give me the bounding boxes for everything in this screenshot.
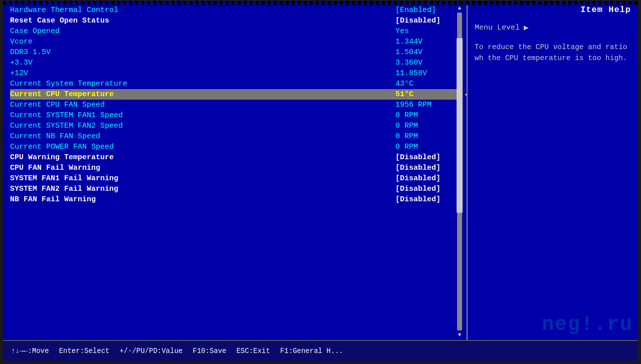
arrow-annotation <box>465 89 468 101</box>
item-help-title: Item Help <box>475 5 631 15</box>
row-label-16: SYSTEM FAN1 Fail Warning <box>10 174 385 183</box>
bottom-key-2: +/-/PU/PD:Value <box>119 347 182 355</box>
bios-screen: Hardware Thermal Control[Enabled]Reset C… <box>0 0 641 364</box>
row-value-0: [Enabled] <box>385 6 446 15</box>
bios-row-17[interactable]: SYSTEM FAN2 Fail Warning[Disabled] <box>10 184 461 194</box>
menu-level-label: Menu Level <box>475 24 520 32</box>
row-value-17: [Disabled] <box>385 185 446 193</box>
row-label-6: +12V <box>10 69 385 78</box>
bios-row-5[interactable]: +3.3V3.360V <box>10 58 461 68</box>
bios-row-4[interactable]: DDR3 1.5V1.504V <box>10 47 461 58</box>
row-value-5: 3.360V <box>385 59 446 67</box>
bios-row-15[interactable]: CPU FAN Fail Warning[Disabled] <box>10 163 461 173</box>
row-value-14: [Disabled] <box>385 153 446 162</box>
bios-row-2[interactable]: Case OpenedYes <box>10 26 461 37</box>
bios-row-14[interactable]: CPU Warning Temperature[Disabled] <box>10 152 461 163</box>
row-value-7: 43°C <box>385 80 446 88</box>
bios-row-6[interactable]: +12V11.858V <box>10 68 461 79</box>
menu-level-row: Menu Level ▶ <box>475 23 631 33</box>
bottom-bar: ↑↓→←:MoveEnter:Select+/-/PU/PD:ValueF10:… <box>3 340 638 361</box>
row-label-0: Hardware Thermal Control <box>10 6 385 15</box>
scrollbar-thumb[interactable] <box>457 38 463 213</box>
bios-row-10[interactable]: Current SYSTEM FAN1 Speed0 RPM <box>10 110 461 121</box>
bios-row-11[interactable]: Current SYSTEM FAN2 Speed0 RPM <box>10 121 461 131</box>
row-label-13: Current POWER FAN Speed <box>10 143 385 151</box>
bios-row-16[interactable]: SYSTEM FAN1 Fail Warning[Disabled] <box>10 173 461 184</box>
row-label-12: Current NB FAN Speed <box>10 132 385 141</box>
row-label-15: CPU FAN Fail Warning <box>10 164 385 172</box>
bios-row-7[interactable]: Current System Temperature43°C <box>10 79 461 89</box>
scrollbar-up-arrow[interactable]: ▲ <box>458 5 462 11</box>
row-label-8: Current CPU Temperature <box>10 90 385 99</box>
row-value-9: 1956 RPM <box>385 101 446 109</box>
arrow-head <box>465 89 468 101</box>
row-label-14: CPU Warning Temperature <box>10 153 385 162</box>
bios-row-13[interactable]: Current POWER FAN Speed0 RPM <box>10 142 461 152</box>
row-value-4: 1.504V <box>385 48 446 57</box>
row-value-11: 0 RPM <box>385 122 446 130</box>
row-value-12: 0 RPM <box>385 132 446 141</box>
row-value-6: 11.858V <box>385 69 446 78</box>
row-label-1: Reset Case Open Status <box>10 17 385 25</box>
bios-row-18[interactable]: NB FAN Fail Warning[Disabled] <box>10 194 461 205</box>
bios-row-8[interactable]: Current CPU Temperature51°C <box>10 89 461 100</box>
row-value-3: 1.344V <box>385 38 446 46</box>
row-label-4: DDR3 1.5V <box>10 48 385 57</box>
bottom-key-1: Enter:Select <box>59 347 110 355</box>
bios-row-9[interactable]: Current CPU FAN Speed1956 RPM <box>10 100 461 110</box>
help-text: To reduce the CPU voltage and ratio wh t… <box>475 42 631 64</box>
bottom-key-0: ↑↓→←:Move <box>11 347 49 355</box>
bottom-key-4: ESC:Exit <box>237 347 270 355</box>
row-label-2: Case Opened <box>10 27 385 36</box>
row-label-9: Current CPU FAN Speed <box>10 101 385 109</box>
bios-row-12[interactable]: Current NB FAN Speed0 RPM <box>10 131 461 142</box>
row-label-3: Vcore <box>10 38 385 46</box>
scrollbar[interactable]: ▲▼ <box>456 3 464 340</box>
row-label-7: Current System Temperature <box>10 80 385 88</box>
bios-row-0[interactable]: Hardware Thermal Control[Enabled] <box>10 5 461 16</box>
right-panel: Item Help Menu Level ▶ To reduce the CPU… <box>468 3 638 340</box>
row-value-15: [Disabled] <box>385 164 446 172</box>
row-label-17: SYSTEM FAN2 Fail Warning <box>10 185 385 193</box>
scrollbar-down-arrow[interactable]: ▼ <box>458 332 462 338</box>
row-value-13: 0 RPM <box>385 143 446 151</box>
row-label-5: +3.3V <box>10 59 385 67</box>
scrollbar-track <box>457 13 462 330</box>
row-value-8: 51°C <box>385 90 446 99</box>
row-value-2: Yes <box>385 27 446 36</box>
bottom-key-5: F1:General H... <box>280 347 343 355</box>
row-value-16: [Disabled] <box>385 174 446 183</box>
menu-level-arrow: ▶ <box>524 23 529 33</box>
row-value-10: 0 RPM <box>385 111 446 120</box>
row-label-18: NB FAN Fail Warning <box>10 195 385 204</box>
row-label-10: Current SYSTEM FAN1 Speed <box>10 111 385 120</box>
main-area: Hardware Thermal Control[Enabled]Reset C… <box>3 3 638 340</box>
row-value-18: [Disabled] <box>385 195 446 204</box>
bottom-key-3: F10:Save <box>192 347 226 355</box>
bios-row-1[interactable]: Reset Case Open Status[Disabled] <box>10 16 461 26</box>
row-label-11: Current SYSTEM FAN2 Speed <box>10 122 385 130</box>
bios-row-3[interactable]: Vcore1.344V <box>10 37 461 47</box>
left-panel: Hardware Thermal Control[Enabled]Reset C… <box>3 3 468 340</box>
row-value-1: [Disabled] <box>385 17 446 25</box>
